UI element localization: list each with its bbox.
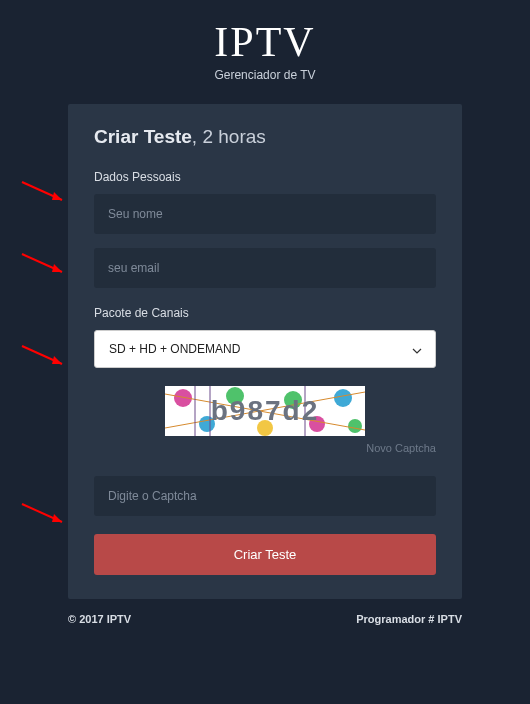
section-package-label: Pacote de Canais [94, 306, 436, 320]
package-select-wrap: SD + HD + ONDEMAND [94, 330, 436, 368]
svg-line-19 [22, 504, 62, 522]
new-captcha-link[interactable]: Novo Captcha [94, 442, 436, 454]
annotation-arrow-icon [18, 342, 70, 372]
package-select[interactable]: SD + HD + ONDEMAND [94, 330, 436, 368]
svg-marker-14 [52, 192, 62, 200]
brand-header: IPTV Gerenciador de TV [0, 0, 530, 82]
footer-credit: Programador # IPTV [356, 613, 462, 625]
card-title: Criar Teste, 2 horas [94, 126, 436, 148]
section-personal-label: Dados Pessoais [94, 170, 436, 184]
footer-copyright: © 2017 IPTV [68, 613, 131, 625]
captcha-text: b987d2 [211, 395, 320, 427]
email-input[interactable] [94, 248, 436, 288]
annotation-arrow-icon [18, 178, 70, 208]
svg-line-15 [22, 254, 62, 272]
annotation-arrow-icon [18, 250, 70, 280]
svg-line-17 [22, 346, 62, 364]
svg-point-7 [348, 419, 362, 433]
card-title-bold: Criar Teste [94, 126, 192, 147]
card-title-light: , 2 horas [192, 126, 266, 147]
svg-marker-18 [52, 356, 62, 364]
svg-marker-16 [52, 264, 62, 272]
form-card: Criar Teste, 2 horas Dados Pessoais Paco… [68, 104, 462, 599]
svg-line-13 [22, 182, 62, 200]
name-input[interactable] [94, 194, 436, 234]
captcha-image: b987d2 [165, 386, 365, 436]
submit-button[interactable]: Criar Teste [94, 534, 436, 575]
brand-title: IPTV [0, 18, 530, 66]
annotation-arrow-icon [18, 500, 70, 530]
captcha-input[interactable] [94, 476, 436, 516]
svg-point-6 [334, 389, 352, 407]
footer: © 2017 IPTV Programador # IPTV [68, 613, 462, 625]
svg-marker-20 [52, 514, 62, 522]
brand-subtitle: Gerenciador de TV [0, 68, 530, 82]
